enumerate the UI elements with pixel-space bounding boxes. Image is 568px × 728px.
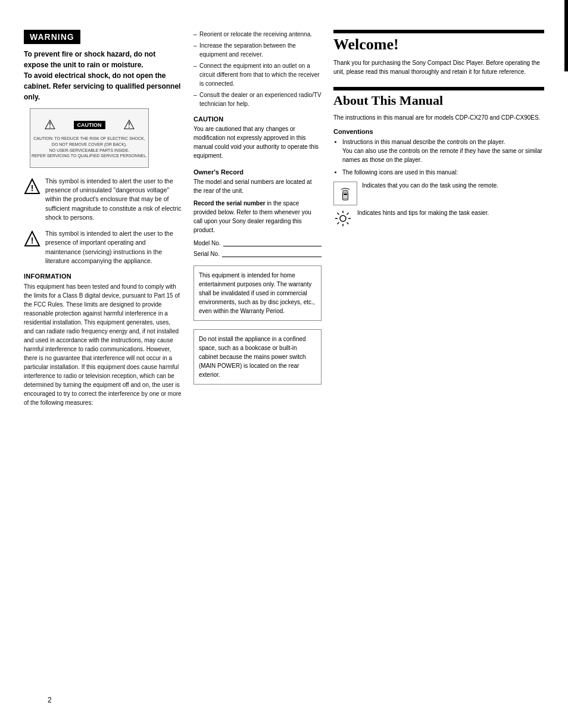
svg-point-10 <box>345 198 345 199</box>
convention-1: Instructions in this manual describe the… <box>342 138 544 164</box>
serial-number-line: Serial No. <box>194 249 322 257</box>
caution-diagram: ⚠ CAUTION ⚠ CAUTION: TO REDUCE THE RISK … <box>30 108 149 168</box>
svg-point-8 <box>346 196 347 197</box>
welcome-text: Thank you for purchasing the Sony Compac… <box>333 58 544 76</box>
model-label: Model No. <box>194 240 221 246</box>
caution-image-label: CAUTION <box>74 121 105 129</box>
hint-icon <box>333 209 352 228</box>
model-number-line: Model No. <box>194 238 322 246</box>
svg-point-7 <box>345 196 345 197</box>
page-number: 2 <box>24 684 544 704</box>
interference-bullets: Reorient or relocate the receiving anten… <box>194 30 322 108</box>
about-bar <box>333 87 544 90</box>
triangle-text-2: This symbol is intended to alert the use… <box>45 229 182 265</box>
owners-record-body1: The model and serial numbers are located… <box>194 177 322 195</box>
serial-underline <box>222 249 322 257</box>
triangle-icon-2: ! <box>24 230 40 247</box>
svg-line-19 <box>347 213 349 215</box>
caution-line4: REFER SERVICING TO QUALIFIED SERVICE PER… <box>32 153 147 159</box>
caution-block-title: CAUTION <box>194 115 322 123</box>
hint-icon-desc: Indicates hints and tips for making the … <box>357 209 544 217</box>
svg-point-6 <box>344 196 344 197</box>
page: WARNING To prevent fire or shock hazard,… <box>0 0 568 728</box>
about-text: The instructions in this manual are for … <box>333 113 544 122</box>
caution-line3: NO USER-SERVICEABLE PARTS INSIDE. <box>32 148 147 154</box>
sun-icon-svg <box>335 210 351 227</box>
right-column: Welcome! Thank you for purchasing the So… <box>330 30 544 407</box>
icon-row-hint: Indicates hints and tips for making the … <box>333 209 544 228</box>
warning-text1: To prevent fire or shock hazard, do not … <box>24 50 155 69</box>
svg-point-11 <box>346 198 347 199</box>
model-underline <box>223 238 322 246</box>
triangle-icon-1: ! <box>24 178 40 195</box>
do-not-install-box: Do not install the appliance in a confin… <box>194 329 322 385</box>
about-title: About This Manual <box>333 93 544 108</box>
information-title: INFORMATION <box>24 273 182 280</box>
caution-block-body: You are cautioned that any changes or mo… <box>194 124 322 160</box>
caution-line1: CAUTION: TO REDUCE THE RISK OF ELECTRIC … <box>32 136 147 142</box>
remote-icon <box>339 183 352 204</box>
svg-text:!: ! <box>31 183 34 193</box>
bullet-2: Increase the separation between the equi… <box>194 41 322 59</box>
caution-block: CAUTION You are cautioned that any chang… <box>194 115 322 160</box>
remote-icon-box <box>333 182 357 205</box>
welcome-title: Welcome! <box>333 36 544 54</box>
svg-line-20 <box>338 223 339 224</box>
convention-1-text: Instructions in this manual describe the… <box>342 139 542 163</box>
owners-record-title: Owner's Record <box>194 168 322 176</box>
warning-text-block: To prevent fire or shock hazard, do not … <box>24 49 182 102</box>
serial-label: Serial No. <box>194 251 220 257</box>
triangle-section-1: ! This symbol is intended to alert the u… <box>24 177 182 222</box>
svg-line-17 <box>338 213 339 215</box>
owners-record-bold: Record the serial number in the space pr… <box>194 200 311 233</box>
owners-record-section: Owner's Record The model and serial numb… <box>194 168 322 257</box>
convention-2-text: The following icons are used in this man… <box>342 169 458 176</box>
convention-2: The following icons are used in this man… <box>342 168 544 177</box>
conventions-list: Instructions in this manual describe the… <box>333 138 544 177</box>
svg-text:!: ! <box>31 236 34 245</box>
right-border-decoration <box>564 0 568 71</box>
svg-point-12 <box>340 215 346 221</box>
owners-record-body2: Record the serial number in the space pr… <box>194 199 322 235</box>
equipment-box: This equipment is intended for home ente… <box>194 265 322 321</box>
mid-column: Reorient or relocate the receiving anten… <box>194 30 330 407</box>
triangle-symbol-right: ⚠ <box>123 117 135 133</box>
triangle-section-2: ! This symbol is intended to alert the u… <box>24 229 182 265</box>
icon-row-remote: Indicates that you can do the task using… <box>333 182 544 205</box>
conventions-title: Conventions <box>333 128 544 135</box>
caution-top-row: ⚠ CAUTION ⚠ <box>44 117 135 133</box>
information-body: This equipment has been tested and found… <box>24 282 182 407</box>
svg-point-9 <box>344 198 344 199</box>
bullet-4: Consult the dealer or an experienced rad… <box>194 90 322 108</box>
triangle-symbol-left: ⚠ <box>44 117 56 133</box>
caution-image-lines: CAUTION: TO REDUCE THE RISK OF ELECTRIC … <box>32 136 147 159</box>
remote-icon-desc: Indicates that you can do the task using… <box>362 182 544 190</box>
caution-line2: DO NOT REMOVE COVER (OR BACK). <box>32 142 147 148</box>
information-section: INFORMATION This equipment has been test… <box>24 273 182 407</box>
welcome-bar <box>333 30 544 33</box>
svg-rect-5 <box>344 193 347 195</box>
bullet-3: Connect the equipment into an outlet on … <box>194 61 322 88</box>
content-area: WARNING To prevent fire or shock hazard,… <box>24 30 544 407</box>
warning-text2: To avoid electrical shock, do not open t… <box>24 71 180 101</box>
warning-label: WARNING <box>24 30 80 44</box>
triangle-text-1: This symbol is intended to alert the use… <box>45 177 182 222</box>
left-column: WARNING To prevent fire or shock hazard,… <box>24 30 194 407</box>
svg-line-18 <box>347 223 349 224</box>
bullet-1: Reorient or relocate the receiving anten… <box>194 30 322 39</box>
